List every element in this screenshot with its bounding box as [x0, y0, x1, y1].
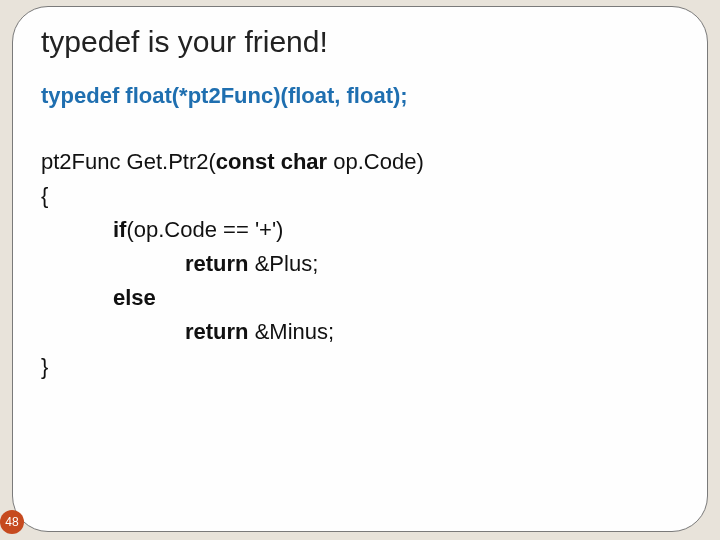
code-text: pt2Func Get.Ptr2( [41, 149, 216, 174]
code-line-7: } [41, 350, 679, 384]
code-line-6: return &Minus; [185, 315, 679, 349]
keyword-if: if [113, 217, 126, 242]
code-line-2: { [41, 179, 679, 213]
code-block: pt2Func Get.Ptr2(const char op.Code) { i… [41, 145, 679, 384]
code-line-4: return &Plus; [185, 247, 679, 281]
slide-card: typedef is your friend! typedef float(*p… [12, 6, 708, 532]
code-text: &Minus; [249, 319, 335, 344]
keyword-return: return [185, 319, 249, 344]
slide-title: typedef is your friend! [41, 25, 679, 59]
code-line-3: if(op.Code == '+') [113, 213, 679, 247]
keyword-const-char: const char [216, 149, 327, 174]
code-line-1: pt2Func Get.Ptr2(const char op.Code) [41, 145, 679, 179]
keyword-else: else [113, 285, 156, 310]
code-text: (op.Code == '+') [126, 217, 283, 242]
typedef-declaration: typedef float(*pt2Func)(float, float); [41, 83, 679, 109]
keyword-return: return [185, 251, 249, 276]
code-text: &Plus; [249, 251, 319, 276]
code-line-5: else [113, 281, 679, 315]
code-text: op.Code) [327, 149, 424, 174]
slide-number-badge: 48 [0, 510, 24, 534]
